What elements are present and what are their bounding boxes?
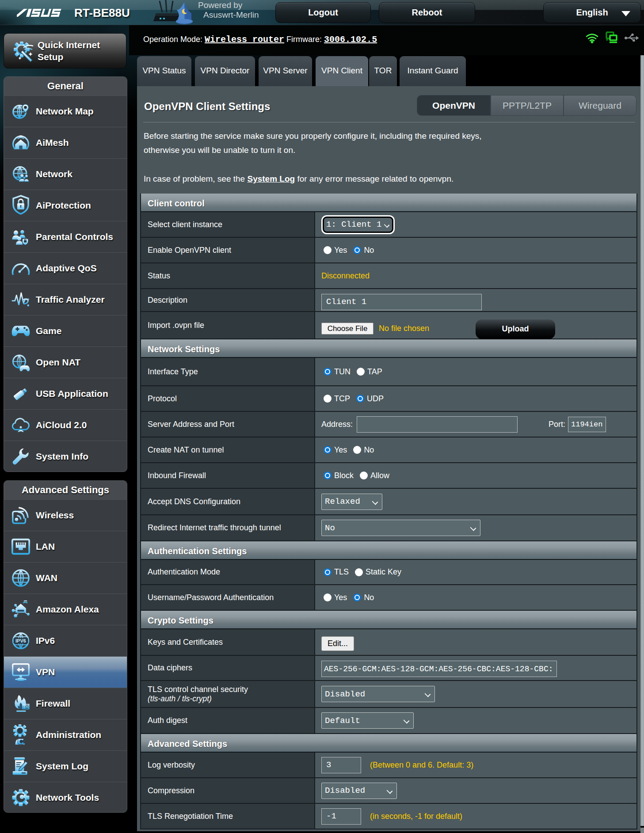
svg-text:IPV6: IPV6 — [15, 638, 26, 643]
